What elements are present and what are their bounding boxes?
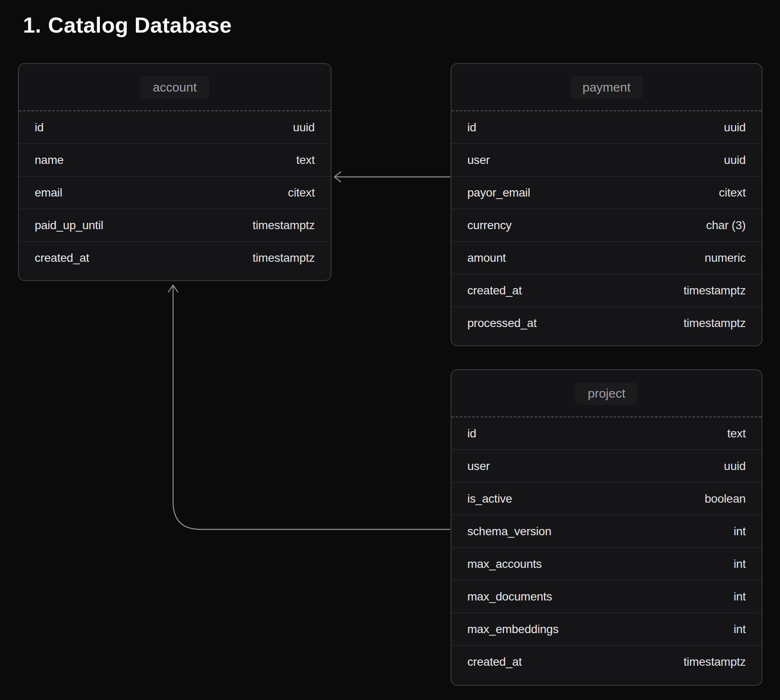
table-payment-header: payment: [451, 64, 762, 111]
column-name: created_at: [467, 284, 522, 297]
table-row: is_active boolean: [451, 483, 762, 515]
column-name: name: [35, 153, 64, 167]
column-name: created_at: [467, 655, 522, 669]
page-title-number: 1.: [23, 13, 41, 37]
column-name: email: [35, 186, 62, 199]
column-type: text: [727, 427, 746, 440]
column-name: is_active: [467, 492, 512, 506]
table-row: email citext: [19, 176, 331, 209]
column-type: boolean: [705, 492, 746, 506]
column-type: timestamptz: [252, 219, 315, 232]
column-name: amount: [467, 251, 506, 265]
table-row: id uuid: [19, 111, 331, 144]
arrow-project-to-account: [168, 285, 450, 529]
table-row: currency char (3): [451, 209, 762, 242]
column-type: citext: [288, 186, 315, 199]
column-type: char (3): [706, 219, 746, 232]
column-name: max_documents: [467, 590, 552, 603]
column-type: timestamptz: [683, 317, 746, 330]
column-type: int: [734, 525, 746, 538]
column-type: int: [734, 590, 746, 603]
column-type: uuid: [724, 153, 746, 167]
table-row: max_embeddings int: [451, 613, 762, 646]
column-name: created_at: [35, 251, 89, 265]
column-type: int: [734, 557, 746, 571]
table-row: id text: [451, 417, 762, 450]
table-payment: payment id uuid user uuid payor_email ci…: [451, 63, 762, 346]
arrow-payment-to-account: [334, 172, 450, 182]
column-type: int: [734, 623, 746, 636]
column-name: max_embeddings: [467, 623, 558, 636]
table-row: max_accounts int: [451, 548, 762, 580]
column-type: uuid: [724, 121, 746, 134]
column-name: id: [467, 427, 476, 440]
column-name: processed_at: [467, 317, 537, 330]
column-name: id: [35, 121, 43, 134]
column-type: text: [296, 153, 315, 167]
table-row: user uuid: [451, 450, 762, 483]
column-type: uuid: [724, 460, 746, 473]
column-type: timestamptz: [683, 284, 746, 297]
table-row: max_documents int: [451, 580, 762, 613]
column-name: user: [467, 460, 490, 473]
table-row: created_at timestamptz: [19, 242, 331, 274]
table-account-title: account: [140, 76, 209, 99]
column-name: currency: [467, 219, 512, 232]
table-row: user uuid: [451, 144, 762, 176]
column-name: paid_up_until: [35, 219, 103, 232]
column-type: timestamptz: [252, 251, 315, 265]
table-row: processed_at timestamptz: [451, 307, 762, 340]
table-row: created_at timestamptz: [451, 646, 762, 678]
page-title-text: Catalog Database: [48, 13, 232, 37]
table-account-header: account: [19, 64, 331, 111]
table-row: name text: [19, 144, 331, 176]
table-row: paid_up_until timestamptz: [19, 209, 331, 242]
column-name: user: [467, 153, 490, 167]
column-type: timestamptz: [683, 655, 746, 669]
column-type: citext: [719, 186, 746, 199]
column-name: id: [467, 121, 476, 134]
column-type: numeric: [705, 251, 746, 265]
table-project-header: project: [451, 370, 762, 417]
er-diagram-canvas: 1.Catalog Database account id uuid name: [0, 0, 780, 700]
table-row: schema_version int: [451, 515, 762, 548]
table-row: id uuid: [451, 111, 762, 144]
column-type: uuid: [293, 121, 315, 134]
table-payment-title: payment: [570, 76, 643, 99]
table-project-title: project: [575, 382, 638, 405]
table-project: project id text user uuid is_active bool…: [451, 369, 762, 686]
column-name: max_accounts: [467, 557, 542, 571]
table-row: amount numeric: [451, 242, 762, 274]
column-name: payor_email: [467, 186, 530, 199]
table-row: created_at timestamptz: [451, 274, 762, 307]
table-account: account id uuid name text email citext p…: [18, 63, 331, 281]
column-name: schema_version: [467, 525, 551, 538]
page-title: 1.Catalog Database: [23, 13, 232, 38]
table-row: payor_email citext: [451, 176, 762, 209]
